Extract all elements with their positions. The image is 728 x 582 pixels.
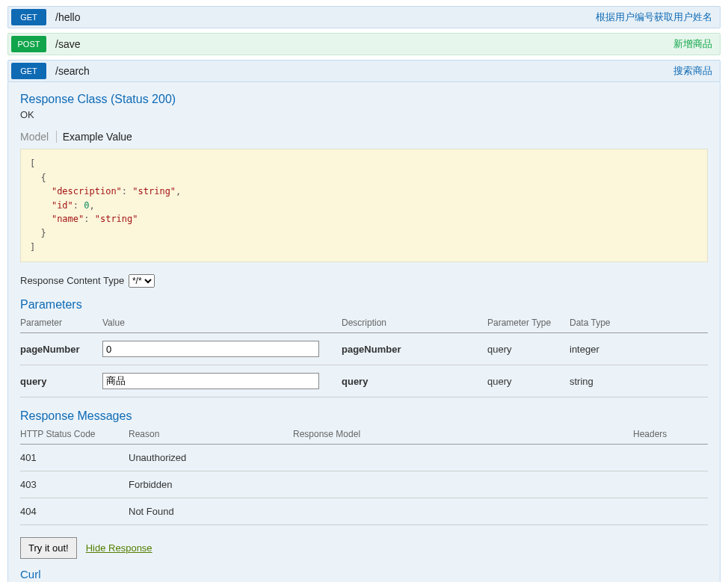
param-input-query[interactable] xyxy=(102,373,319,389)
action-row: Try it out! Hide Response xyxy=(20,537,708,559)
method-badge-post: POST xyxy=(11,36,46,52)
param-name: query xyxy=(20,365,102,397)
col-headers: Headers xyxy=(633,426,708,445)
col-http-status: HTTP Status Code xyxy=(20,426,129,445)
method-badge-get: GET xyxy=(11,9,46,25)
col-value: Value xyxy=(102,315,342,333)
table-row: pageNumber pageNumber query integer xyxy=(20,333,708,365)
response-content-type-label: Response Content Type xyxy=(20,275,124,286)
method-badge-get: GET xyxy=(11,63,46,79)
expanded-operation-panel: Response Class (Status 200) OK Model Exa… xyxy=(7,82,721,582)
endpoint-description: 根据用户编号获取用户姓名 xyxy=(596,10,712,24)
param-input-pagenumber[interactable] xyxy=(102,341,319,357)
response-messages-title: Response Messages xyxy=(20,409,708,423)
example-json-block: [ { "description": "string", "id": 0, "n… xyxy=(20,149,708,262)
resp-reason: Not Found xyxy=(129,498,293,525)
tab-example-value[interactable]: Example Value xyxy=(56,131,137,143)
endpoint-path: /search xyxy=(55,65,90,77)
hide-response-link[interactable]: Hide Response xyxy=(86,542,152,554)
param-data-type: integer xyxy=(570,333,708,365)
parameters-table: Parameter Value Description Parameter Ty… xyxy=(20,315,708,397)
endpoint-row-hello[interactable]: GET /hello 根据用户编号获取用户姓名 xyxy=(7,6,721,28)
table-row: 404 Not Found xyxy=(20,498,708,525)
resp-status: 404 xyxy=(20,498,129,525)
resp-reason: Forbidden xyxy=(129,471,293,498)
endpoint-description: 搜索商品 xyxy=(673,64,712,78)
response-messages-table: HTTP Status Code Reason Response Model H… xyxy=(20,426,708,525)
endpoint-row-search[interactable]: GET /search 搜索商品 xyxy=(7,60,721,82)
param-description: query xyxy=(342,365,487,397)
tab-model[interactable]: Model xyxy=(20,131,53,143)
response-class-status: OK xyxy=(20,109,708,120)
col-description: Description xyxy=(342,315,487,333)
param-type: query xyxy=(487,333,570,365)
param-name: pageNumber xyxy=(20,333,102,365)
endpoint-row-save[interactable]: POST /save 新增商品 xyxy=(7,33,721,55)
param-data-type: string xyxy=(570,365,708,397)
parameters-title: Parameters xyxy=(20,298,708,312)
endpoint-path: /save xyxy=(55,38,80,50)
param-type: query xyxy=(487,365,570,397)
table-row: query query query string xyxy=(20,365,708,397)
endpoint-description: 新增商品 xyxy=(673,37,712,51)
response-content-type-row: Response Content Type */* xyxy=(20,274,708,288)
resp-status: 403 xyxy=(20,471,129,498)
col-reason: Reason xyxy=(129,426,293,445)
example-tabs: Model Example Value xyxy=(20,131,708,143)
response-class-title: Response Class (Status 200) xyxy=(20,93,708,106)
resp-reason: Unauthorized xyxy=(129,445,293,471)
param-description: pageNumber xyxy=(342,333,487,365)
col-parameter: Parameter xyxy=(20,315,102,333)
col-data-type: Data Type xyxy=(570,315,708,333)
response-content-type-select[interactable]: */* xyxy=(129,274,155,288)
table-row: 403 Forbidden xyxy=(20,471,708,498)
endpoint-path: /hello xyxy=(55,11,80,23)
table-row: 401 Unauthorized xyxy=(20,445,708,471)
resp-status: 401 xyxy=(20,445,129,471)
col-response-model: Response Model xyxy=(293,426,633,445)
curl-section-title: Curl xyxy=(20,568,708,581)
col-parameter-type: Parameter Type xyxy=(487,315,570,333)
try-it-out-button[interactable]: Try it out! xyxy=(20,537,77,559)
